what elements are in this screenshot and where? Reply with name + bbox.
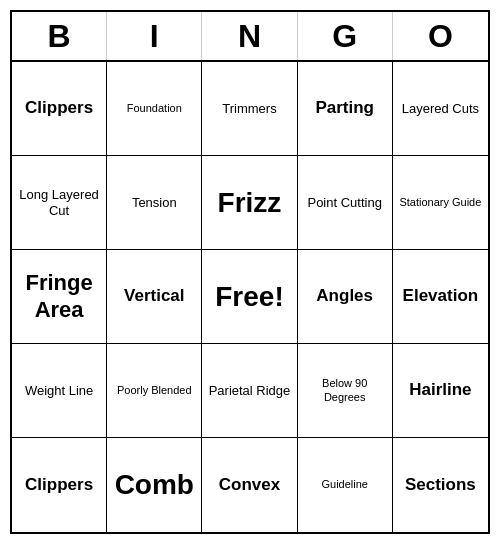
cell-text-4: Layered Cuts [402, 101, 479, 117]
bingo-letter-b: B [12, 12, 107, 60]
bingo-letter-g: G [298, 12, 393, 60]
bingo-cell-4: Layered Cuts [393, 62, 488, 156]
bingo-cell-18: Below 90 Degrees [298, 344, 393, 438]
cell-text-17: Parietal Ridge [209, 383, 291, 399]
bingo-cell-8: Point Cutting [298, 156, 393, 250]
bingo-cell-20: Clippers [12, 438, 107, 532]
cell-text-19: Hairline [409, 380, 471, 400]
cell-text-3: Parting [315, 98, 374, 118]
cell-text-12: Free! [215, 280, 283, 314]
bingo-letter-i: I [107, 12, 202, 60]
cell-text-0: Clippers [25, 98, 93, 118]
bingo-card: BINGO ClippersFoundationTrimmersPartingL… [10, 10, 490, 534]
bingo-cell-5: Long Layered Cut [12, 156, 107, 250]
cell-text-9: Stationary Guide [399, 196, 481, 209]
cell-text-22: Convex [219, 475, 280, 495]
bingo-cell-24: Sections [393, 438, 488, 532]
bingo-cell-6: Tension [107, 156, 202, 250]
cell-text-7: Frizz [218, 186, 282, 220]
bingo-grid: ClippersFoundationTrimmersPartingLayered… [12, 62, 488, 532]
bingo-cell-11: Vertical [107, 250, 202, 344]
cell-text-20: Clippers [25, 475, 93, 495]
cell-text-21: Comb [115, 468, 194, 502]
cell-text-15: Weight Line [25, 383, 93, 399]
cell-text-6: Tension [132, 195, 177, 211]
bingo-cell-3: Parting [298, 62, 393, 156]
bingo-cell-14: Elevation [393, 250, 488, 344]
bingo-cell-22: Convex [202, 438, 297, 532]
cell-text-8: Point Cutting [307, 195, 381, 211]
bingo-cell-23: Guideline [298, 438, 393, 532]
cell-text-13: Angles [316, 286, 373, 306]
bingo-cell-15: Weight Line [12, 344, 107, 438]
bingo-cell-17: Parietal Ridge [202, 344, 297, 438]
cell-text-1: Foundation [127, 102, 182, 115]
bingo-cell-21: Comb [107, 438, 202, 532]
bingo-cell-16: Poorly Blended [107, 344, 202, 438]
cell-text-23: Guideline [321, 478, 367, 491]
cell-text-10: Fringe Area [16, 270, 102, 323]
cell-text-16: Poorly Blended [117, 384, 192, 397]
bingo-cell-9: Stationary Guide [393, 156, 488, 250]
bingo-cell-10: Fringe Area [12, 250, 107, 344]
bingo-cell-13: Angles [298, 250, 393, 344]
cell-text-5: Long Layered Cut [16, 187, 102, 218]
bingo-letter-o: O [393, 12, 488, 60]
cell-text-18: Below 90 Degrees [302, 377, 388, 403]
bingo-cell-0: Clippers [12, 62, 107, 156]
cell-text-2: Trimmers [222, 101, 276, 117]
cell-text-14: Elevation [403, 286, 479, 306]
bingo-header: BINGO [12, 12, 488, 62]
bingo-letter-n: N [202, 12, 297, 60]
cell-text-11: Vertical [124, 286, 185, 306]
bingo-cell-1: Foundation [107, 62, 202, 156]
bingo-cell-19: Hairline [393, 344, 488, 438]
bingo-cell-7: Frizz [202, 156, 297, 250]
bingo-cell-12: Free! [202, 250, 297, 344]
cell-text-24: Sections [405, 475, 476, 495]
bingo-cell-2: Trimmers [202, 62, 297, 156]
